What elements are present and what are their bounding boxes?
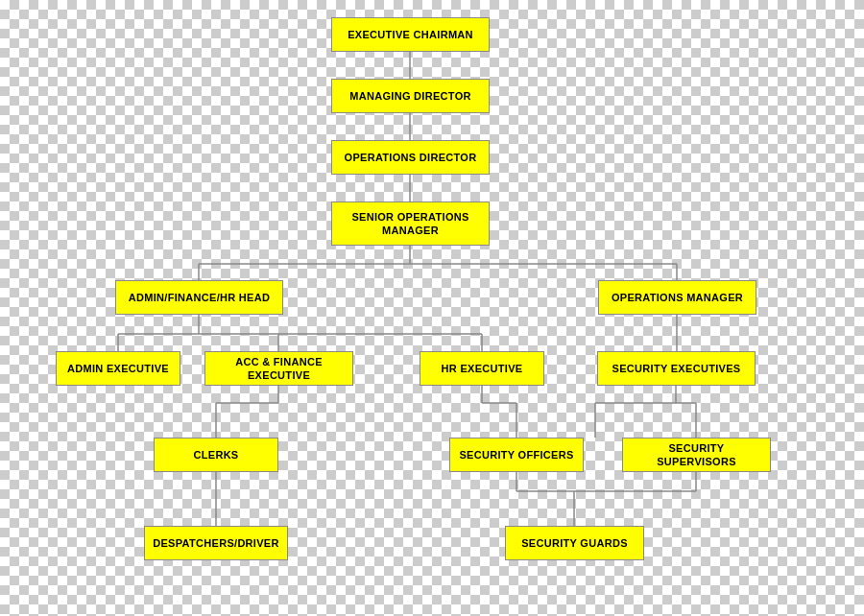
node-managing-director: MANAGING DIRECTOR	[331, 79, 490, 113]
node-security-supervisors: SECURITY SUPERVISORS	[622, 438, 771, 472]
node-hr-executive: HR EXECUTIVE	[420, 351, 544, 386]
node-security-guards: SECURITY GUARDS	[505, 526, 644, 560]
node-operations-manager: OPERATIONS MANAGER	[598, 280, 756, 315]
node-clerks: CLERKS	[154, 438, 278, 472]
node-admin-finance-hr-head: ADMIN/FINANCE/HR HEAD	[115, 280, 283, 315]
node-acc-finance-executive: ACC & FINANCE EXECUTIVE	[204, 351, 353, 386]
org-chart: EXECUTIVE CHAIRMAN MANAGING DIRECTOR OPE…	[0, 0, 864, 616]
node-despatchers-driver: DESPATCHERS/DRIVER	[144, 526, 288, 560]
node-senior-ops-manager: SENIOR OPERATIONSMANAGER	[331, 201, 490, 246]
node-security-executives: SECURITY EXECUTIVES	[597, 351, 756, 386]
node-admin-executive: ADMIN EXECUTIVE	[56, 351, 180, 386]
node-executive-chairman: EXECUTIVE CHAIRMAN	[331, 17, 490, 52]
node-security-officers: SECURITY OFFICERS	[449, 438, 584, 472]
node-operations-director: OPERATIONS DIRECTOR	[331, 140, 490, 175]
